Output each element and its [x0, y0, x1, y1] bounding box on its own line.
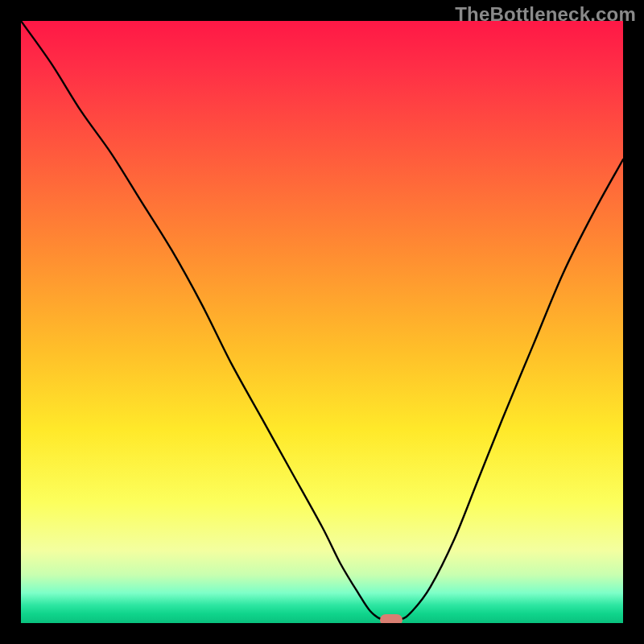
- minimum-marker: [380, 614, 402, 623]
- plot-area: [21, 21, 623, 623]
- bottleneck-curve: [21, 21, 623, 623]
- chart-frame: TheBottleneck.com: [0, 0, 644, 644]
- watermark-text: TheBottleneck.com: [455, 3, 636, 26]
